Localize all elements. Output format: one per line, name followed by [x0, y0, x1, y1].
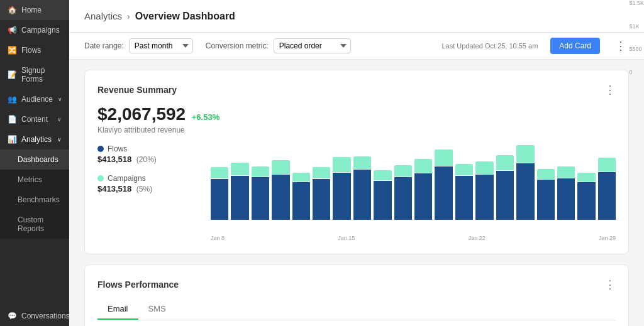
bar-bottom-12	[455, 176, 473, 220]
bar-group-7	[353, 156, 371, 220]
sidebar-item-audience[interactable]: 👥Audience∨	[0, 89, 69, 109]
bar-group-3	[272, 160, 289, 220]
submenu-label: Custom Reports	[18, 215, 62, 233]
bar-top-9	[394, 165, 412, 177]
bar-bottom-17	[557, 178, 575, 220]
bar-bottom-19	[598, 172, 616, 220]
conversion-group: Conversion metric: Placed order Started …	[206, 38, 351, 53]
x-axis: Jan 8Jan 15Jan 22Jan 29	[211, 232, 616, 241]
sidebar-submenu-item-metrics[interactable]: Metrics	[0, 170, 69, 190]
flows-performance-card: Flows Performance ⋮ EmailSMS All email f…	[84, 264, 629, 326]
bar-bottom-18	[577, 182, 595, 220]
audience-icon: 👥	[8, 95, 16, 104]
x-label-0: Jan 8	[211, 235, 225, 241]
bar-top-12	[455, 164, 473, 175]
bar-group-2	[252, 166, 269, 220]
sidebar-item-flows[interactable]: 🔀Flows	[0, 40, 69, 60]
revenue-label: Klaviyo attributed revenue	[97, 126, 616, 134]
revenue-card-title: Revenue Summary	[97, 85, 177, 95]
bar-top-16	[537, 169, 555, 179]
chart-area: Flows $413,518 (20%) Campaigns $413,518 …	[97, 144, 616, 241]
bar-bottom-7	[353, 170, 371, 220]
bar-bottom-11	[435, 166, 452, 220]
topbar: Analytics › Overview Dashboard	[69, 0, 644, 33]
legend-values: $413,518 (5%)	[97, 184, 198, 193]
bar-top-0	[211, 167, 228, 178]
y-axis: $1.5K$1K$5000	[629, 60, 644, 75]
bar-top-2	[252, 166, 269, 177]
bar-top-17	[557, 166, 575, 178]
home-icon: 🏠	[8, 6, 16, 14]
flows-card-menu-button[interactable]: ⋮	[604, 278, 616, 291]
sidebar-item-signup-forms[interactable]: 📝Signup Forms	[0, 60, 69, 89]
bar-group-10	[414, 159, 432, 220]
bar-group-14	[496, 155, 514, 220]
tab-sms[interactable]: SMS	[138, 299, 176, 320]
bar-group-6	[333, 157, 350, 220]
bar-group-4	[292, 173, 310, 220]
bar-group-13	[475, 161, 493, 220]
sidebar-submenu-item-dashboards[interactable]: Dashboards	[0, 149, 69, 170]
x-label-3: Jan 29	[599, 235, 616, 241]
bar-bottom-3	[272, 175, 289, 220]
legend-row: Campaigns	[97, 174, 198, 183]
toolbar-menu-button[interactable]: ⋮	[613, 38, 629, 54]
sidebar-item-campaigns[interactable]: 📢Campaigns	[0, 20, 69, 40]
revenue-amount-row: $2,067,592 +6.53%	[97, 104, 616, 124]
legend-name-flows: Flows	[108, 144, 127, 153]
bar-top-10	[414, 159, 432, 173]
bar-top-19	[598, 158, 616, 171]
bar-group-16	[537, 169, 555, 220]
bar-bottom-13	[475, 175, 493, 220]
legend-pct-campaigns: (5%)	[136, 185, 152, 193]
main-content: Analytics › Overview Dashboard Date rang…	[69, 0, 644, 326]
date-range-select[interactable]: Past month Past week Past 30 days	[129, 38, 193, 53]
analytics-submenu: DashboardsMetricsBenchmarksCustom Report…	[0, 149, 69, 239]
bar-group-15	[516, 145, 534, 220]
campaigns-icon: 📢	[8, 26, 16, 35]
sidebar-item-analytics[interactable]: 📊Analytics∨	[0, 129, 69, 149]
bar-group-5	[313, 167, 330, 220]
signup-forms-icon: 📝	[8, 70, 16, 79]
legend-row: Flows	[97, 144, 198, 153]
bar-group-9	[394, 165, 412, 220]
breadcrumb-parent: Analytics	[84, 11, 122, 21]
revenue-change: +6.53%	[192, 112, 219, 122]
bar-bottom-15	[516, 163, 534, 220]
bar-group-17	[557, 166, 575, 220]
sidebar-item-home[interactable]: 🏠Home	[0, 0, 69, 20]
bar-top-18	[577, 173, 595, 182]
sidebar-label: Content	[21, 115, 48, 124]
sidebar-submenu-item-benchmarks[interactable]: Benchmarks	[0, 190, 69, 210]
legend-item-flows: Flows $413,518 (20%)	[97, 144, 198, 164]
tab-email[interactable]: Email	[97, 299, 138, 320]
bar-chart-wrapper: Jan 8Jan 15Jan 22Jan 29	[211, 144, 616, 241]
add-card-button[interactable]: Add Card	[550, 38, 600, 54]
revenue-card-menu-button[interactable]: ⋮	[604, 83, 616, 97]
bar-group-0	[211, 167, 228, 220]
bar-bottom-9	[394, 177, 412, 220]
y-label-3: 0	[629, 69, 644, 75]
sidebar-item-conversations[interactable]: 💬Conversations	[0, 306, 69, 326]
bar-chart	[211, 144, 616, 232]
bar-bottom-0	[211, 179, 228, 220]
sidebar-item-content[interactable]: 📄Content∨	[0, 109, 69, 129]
sidebar-label: Flows	[21, 46, 41, 55]
sidebar-label: Audience	[21, 95, 53, 104]
bar-top-7	[353, 156, 371, 169]
bar-group-19	[598, 158, 616, 220]
chevron-icon: ∨	[57, 116, 62, 122]
bar-bottom-5	[313, 179, 330, 220]
sidebar-label: Signup Forms	[21, 66, 62, 84]
bar-top-3	[272, 160, 289, 174]
analytics-icon: 📊	[8, 135, 16, 144]
bar-top-13	[475, 161, 493, 174]
sidebar-label: Campaigns	[21, 26, 60, 35]
conversion-select[interactable]: Placed order Started checkout	[274, 38, 351, 53]
bar-bottom-6	[333, 173, 350, 220]
legend-value-campaigns: $413,518	[97, 184, 131, 193]
sidebar-submenu-item-custom-reports[interactable]: Custom Reports	[0, 210, 69, 239]
legend-pct-flows: (20%)	[136, 155, 157, 164]
bar-bottom-16	[537, 180, 555, 220]
legend-dot-flows	[97, 146, 104, 152]
